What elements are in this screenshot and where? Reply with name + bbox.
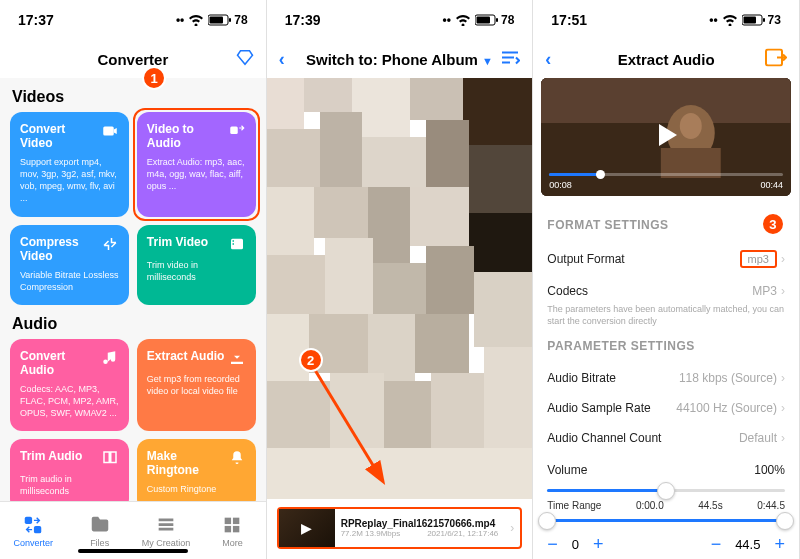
home-indicator: [78, 549, 188, 553]
file-name: RPReplay_Final1621570666.mp4: [341, 518, 499, 529]
export-button[interactable]: [765, 49, 787, 70]
chevron-right-icon: ›: [781, 252, 785, 266]
video-current-time: 00:08: [549, 180, 572, 190]
svg-rect-6: [232, 240, 234, 242]
selected-file-row[interactable]: ▶ RPReplay_Final1621570666.mp4 77.2M 13.…: [277, 507, 523, 549]
nav-bar: Converter: [0, 40, 266, 78]
stepper-plus[interactable]: +: [774, 534, 785, 555]
svg-rect-23: [541, 78, 791, 123]
stepper-end: − 44.5 +: [711, 534, 785, 555]
volume-slider[interactable]: [547, 489, 785, 492]
status-bar: 17:37 •• 78: [0, 0, 266, 40]
bell-icon: [228, 449, 246, 467]
settings-panel: FORMAT SETTINGS 3 Output Format mp3› Cod…: [533, 196, 799, 559]
svg-rect-3: [103, 127, 114, 136]
stepper-start-value: 0: [572, 537, 579, 552]
nav-bar: ‹ Extract Audio: [533, 40, 799, 78]
time-range-label: Time Range: [547, 500, 601, 511]
row-bitrate[interactable]: Audio Bitrate 118 kbps (Source)›: [547, 363, 785, 393]
video-icon: [101, 122, 119, 140]
svg-rect-2: [229, 18, 231, 22]
card-video-to-audio[interactable]: Video to Audio Extract Audio: mp3, aac, …: [137, 112, 256, 217]
svg-rect-8: [25, 516, 32, 523]
status-icons: •• 78: [176, 13, 248, 27]
status-time: 17:39: [285, 12, 321, 28]
chevron-right-icon: ›: [504, 521, 520, 535]
audio-icon: [101, 349, 119, 367]
chevron-right-icon: ›: [781, 401, 785, 415]
card-convert-audio[interactable]: Convert Audio Codecs: AAC, MP3, FLAC, PC…: [10, 339, 129, 431]
panel-extract-audio: 17:51 •• 73 ‹ Extract Audio 00:08: [533, 0, 800, 559]
more-icon: [221, 514, 243, 536]
stepper-start: − 0 +: [547, 534, 603, 555]
book-icon: [101, 449, 119, 467]
chevron-right-icon: ›: [781, 431, 785, 445]
tab-more[interactable]: More: [199, 502, 265, 559]
stepper-minus[interactable]: −: [547, 534, 558, 555]
svg-rect-4: [230, 127, 238, 135]
row-channel-count[interactable]: Audio Channel Count Default›: [547, 423, 785, 453]
status-time: 17:37: [18, 12, 54, 28]
svg-rect-11: [233, 517, 239, 523]
annotation-badge-2: 2: [299, 348, 323, 372]
diamond-icon[interactable]: [236, 49, 254, 70]
time-range-start: 0:00.0: [636, 500, 664, 511]
back-button[interactable]: ‹: [279, 49, 285, 70]
stepper-plus[interactable]: +: [593, 534, 604, 555]
creation-icon: [155, 514, 177, 536]
format-settings-header: FORMAT SETTINGS: [547, 218, 668, 232]
annotation-arrow: [307, 362, 397, 492]
converter-icon: [22, 514, 44, 536]
sort-button[interactable]: [500, 50, 520, 69]
card-convert-video[interactable]: Convert Video Support export mp4, mov, 3…: [10, 112, 129, 217]
nav-title: Converter: [97, 51, 168, 68]
parameter-settings-header: PARAMETER SETTINGS: [547, 339, 785, 353]
convert-icon: [228, 122, 246, 140]
row-codecs[interactable]: Codecs MP3›: [547, 276, 785, 306]
video-total-time: 00:44: [760, 180, 783, 190]
tab-converter[interactable]: Converter: [0, 502, 66, 559]
card-extract-audio[interactable]: Extract Audio Get mp3 from recorded vide…: [137, 339, 256, 431]
section-audio: Audio: [0, 305, 266, 339]
video-progress[interactable]: [549, 173, 783, 176]
volume-value: 100%: [754, 463, 785, 477]
svg-line-17: [315, 370, 382, 480]
section-videos: Videos: [0, 78, 266, 112]
time-range-mid: 44.5s: [698, 500, 722, 511]
card-trim-video[interactable]: Trim Video Trim video in milliseconds: [137, 225, 256, 305]
svg-rect-9: [34, 525, 41, 532]
svg-rect-12: [225, 525, 231, 531]
time-range-row: Time Range 0:00.0 44.5s 0:44.5: [547, 500, 785, 522]
svg-rect-15: [476, 17, 490, 24]
row-sample-rate[interactable]: Audio Sample Rate 44100 Hz (Source)›: [547, 393, 785, 423]
file-thumbnail: ▶: [279, 509, 335, 547]
svg-rect-19: [743, 17, 756, 24]
steppers-row: − 0 + − 44.5 +: [547, 534, 785, 555]
svg-rect-7: [232, 243, 234, 245]
panel-converter: 17:37 •• 78 Converter 1 Videos Convert V…: [0, 0, 267, 559]
status-bar: 17:39 •• 78: [267, 0, 533, 40]
status-bar: 17:51 •• 73: [533, 0, 799, 40]
time-range-end: 0:44.5: [757, 500, 785, 511]
nav-title[interactable]: Switch to: Phone Album ▼: [306, 51, 493, 68]
svg-rect-10: [225, 517, 231, 523]
back-button[interactable]: ‹: [545, 49, 551, 70]
stepper-minus[interactable]: −: [711, 534, 722, 555]
annotation-badge-1: 1: [142, 66, 166, 90]
audio-grid: Convert Audio Codecs: AAC, MP3, FLAC, PC…: [0, 339, 266, 511]
videos-grid: Convert Video Support export mp4, mov, 3…: [0, 112, 266, 305]
nav-title: Extract Audio: [618, 51, 715, 68]
output-format-value: mp3: [740, 250, 777, 268]
row-output-format[interactable]: Output Format mp3›: [547, 242, 785, 276]
chevron-right-icon: ›: [781, 284, 785, 298]
svg-rect-20: [763, 18, 765, 22]
panel-album: 17:39 •• 78 ‹ Switch to: Phone Album ▼: [267, 0, 534, 559]
compress-icon: [101, 235, 119, 253]
card-compress-video[interactable]: Compress Video Variable Bitrate Lossless…: [10, 225, 129, 305]
play-button[interactable]: [649, 118, 683, 156]
volume-slider-row: Volume 100%: [547, 459, 785, 492]
svg-rect-13: [233, 525, 239, 531]
time-range-slider[interactable]: [547, 519, 785, 522]
video-player[interactable]: 00:08 00:44: [541, 78, 791, 196]
nav-bar: ‹ Switch to: Phone Album ▼: [267, 40, 533, 78]
